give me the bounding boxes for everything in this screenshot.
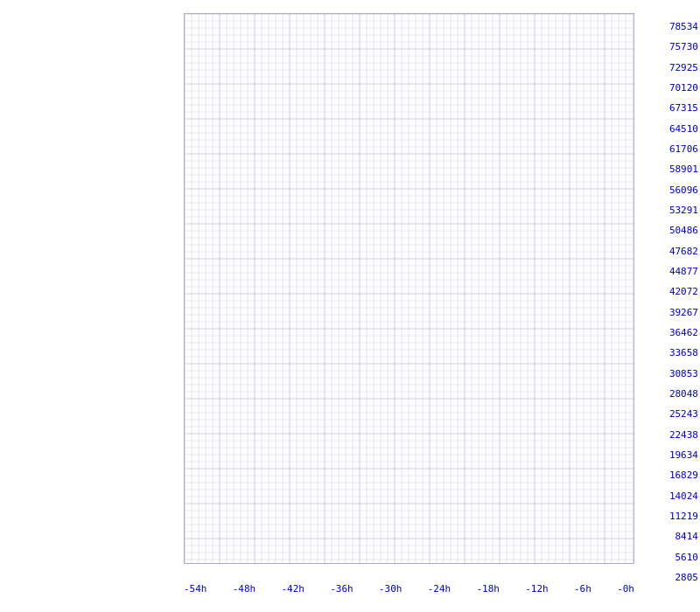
y-label: 58901: [669, 163, 698, 175]
y-label: 2805: [676, 572, 699, 583]
grid-canvas: [185, 14, 634, 563]
y-label: 5610: [676, 551, 699, 562]
x-axis: -54h-48h-42h-36h-30h-24h-18h-12h-6h-0h: [184, 583, 634, 595]
y-label: 67315: [669, 102, 698, 114]
y-label: 50486: [669, 225, 698, 236]
x-label: -0h: [617, 583, 634, 595]
y-label: 8414: [676, 531, 699, 542]
x-label: -48h: [233, 583, 256, 595]
y-label: 44877: [669, 266, 698, 277]
x-label: -30h: [379, 583, 402, 595]
y-label: 33658: [669, 347, 698, 358]
y-label: 22438: [669, 428, 698, 440]
y-label: 16829: [669, 469, 698, 481]
y-label: 25243: [669, 408, 698, 420]
x-label: -12h: [525, 583, 549, 595]
y-label: 28048: [669, 388, 698, 400]
y-label: 70120: [669, 82, 698, 94]
y-label: 47682: [669, 245, 698, 256]
y-label: 78534: [669, 21, 698, 32]
y-label: 56096: [669, 184, 698, 195]
y-label: 72925: [669, 61, 698, 73]
chart-container: 7853475730729257012067315645106170658901…: [0, 0, 700, 612]
y-label: 14024: [669, 490, 698, 501]
x-label: -36h: [330, 583, 354, 595]
y-label: 75730: [669, 41, 698, 52]
x-label: -6h: [574, 583, 592, 595]
y-label: 39267: [669, 306, 698, 317]
y-label: 53291: [669, 205, 698, 216]
y-label: 36462: [669, 327, 698, 338]
x-label: -42h: [282, 583, 305, 595]
y-label: 42072: [669, 286, 698, 297]
y-label: 64510: [669, 122, 698, 134]
y-axis: 7853475730729257012067315645106170658901…: [634, 13, 700, 564]
chart-grid: [184, 13, 634, 564]
x-label: -18h: [477, 583, 500, 595]
y-label: 11219: [669, 511, 698, 522]
x-label: -24h: [428, 583, 452, 595]
y-label: 61706: [669, 143, 698, 155]
y-label: 19634: [669, 449, 698, 461]
y-label: 30853: [669, 367, 698, 379]
x-label: -54h: [184, 583, 207, 595]
